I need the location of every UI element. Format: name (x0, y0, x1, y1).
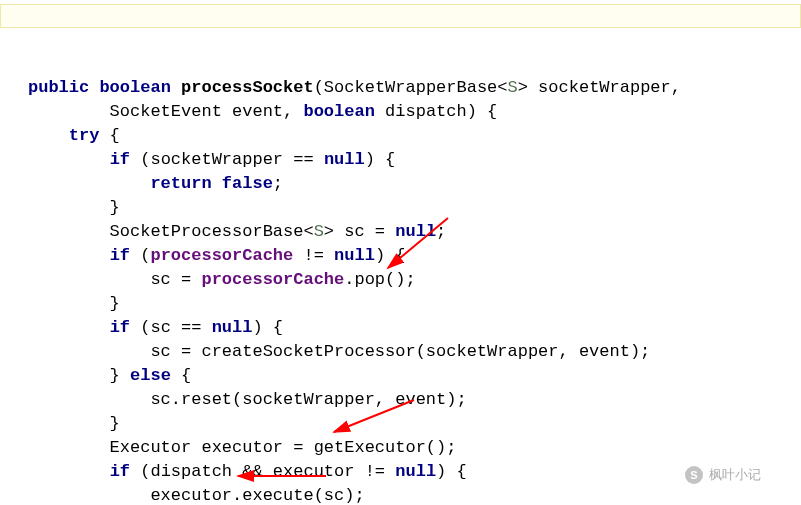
code-line: public boolean processSocket(SocketWrapp… (28, 76, 801, 100)
code-line: return false; (28, 172, 801, 196)
current-line-highlight (0, 4, 801, 28)
code-lines: public boolean processSocket(SocketWrapp… (28, 76, 801, 505)
code-line: if (processorCache != null) { (28, 244, 801, 268)
code-line: if (sc == null) { (28, 316, 801, 340)
code-line: SocketProcessorBase<S> sc = null; (28, 220, 801, 244)
watermark-text: 枫叶小记 (709, 463, 761, 487)
code-line: sc = createSocketProcessor(socketWrapper… (28, 340, 801, 364)
watermark: S 枫叶小记 (685, 463, 761, 487)
code-line: } (28, 196, 801, 220)
code-line: } (28, 292, 801, 316)
code-line: executor.execute(sc); (28, 484, 801, 505)
code-line: } else { (28, 364, 801, 388)
code-line: try { (28, 124, 801, 148)
code-line: Executor executor = getExecutor(); (28, 436, 801, 460)
code-line: sc = processorCache.pop(); (28, 268, 801, 292)
code-line: } (28, 412, 801, 436)
code-line: sc.reset(socketWrapper, event); (28, 388, 801, 412)
code-line: SocketEvent event, boolean dispatch) { (28, 100, 801, 124)
code-line: if (socketWrapper == null) { (28, 148, 801, 172)
watermark-icon: S (685, 466, 703, 484)
code-block: public boolean processSocket(SocketWrapp… (0, 0, 801, 505)
